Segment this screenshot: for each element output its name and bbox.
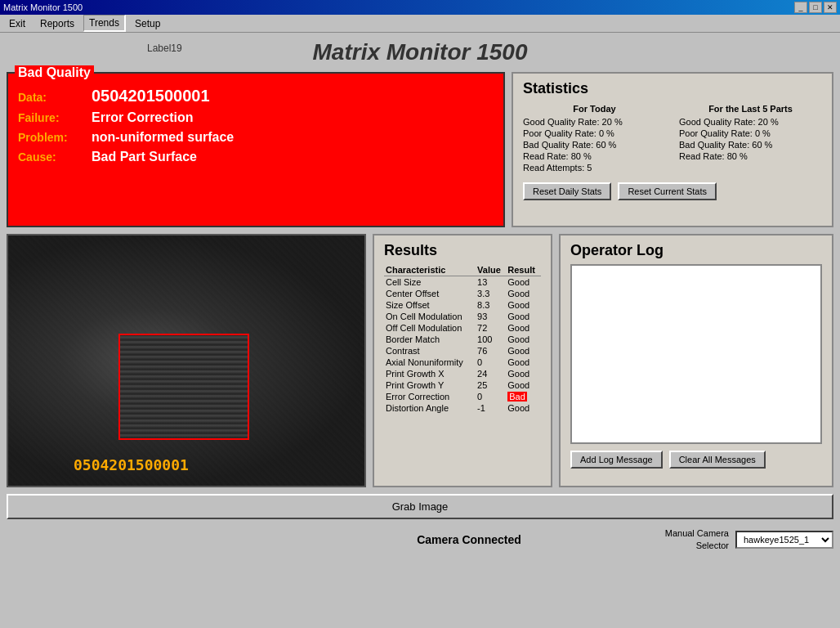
bq-problem-value: non-uniformed surface [92,130,234,145]
results-row: Axial Nonuniformity0Good [384,357,541,368]
col-header-result: Result [506,264,541,276]
result-bad-badge: Bad [507,392,527,401]
result-result: Good [506,276,541,289]
result-value: -1 [476,402,506,414]
stats-today-read-attempts: Read Attempts: 5 [523,163,666,173]
results-row: Border Match100Good [384,334,541,345]
stats-today-read-rate: Read Rate: 80 % [523,151,666,161]
bottom-section: 0504201500001 Results Characteristic Val… [0,234,840,487]
result-characteristic: Center Offset [384,288,476,299]
results-row: Size Offset8.3Good [384,299,541,311]
menu-exit[interactable]: Exit [3,16,31,32]
title-bar-controls: _ □ ✕ [794,2,837,13]
app-title: Matrix Monitor 1500 [313,39,528,65]
stats-last5-poor: Poor Quality Rate: 0 % [679,128,822,138]
result-value: 25 [476,379,506,391]
results-row: Cell Size13Good [384,276,541,289]
result-characteristic: Cell Size [384,276,476,289]
bq-cause-label: Cause: [18,150,92,164]
bq-cause-value: Bad Part Surface [92,150,197,164]
camera-status: Camera Connected [417,533,521,546]
result-characteristic: Error Correction [384,391,476,402]
results-row: Error Correction0Bad [384,391,541,402]
bad-quality-title: Bad Quality [15,65,94,80]
oplog-area [570,264,822,444]
result-characteristic: Axial Nonuniformity [384,357,476,368]
stats-columns: For Today Good Quality Rate: 20 % Poor Q… [523,104,822,174]
main-content: Bad Quality Data: 0504201500001 Failure:… [0,69,840,231]
results-row: Print Growth Y25Good [384,379,541,391]
stats-col-today: For Today Good Quality Rate: 20 % Poor Q… [523,104,666,174]
result-value: 0 [476,391,506,402]
result-value: 93 [476,311,506,322]
result-characteristic: Print Growth Y [384,379,476,391]
title-bar: Matrix Monitor 1500 _ □ ✕ [0,0,840,15]
result-value: 0 [476,357,506,368]
menu-trends[interactable]: Trends [83,15,126,32]
add-log-message-button[interactable]: Add Log Message [570,451,663,469]
results-title: Results [384,242,541,259]
statistics-panel: Statistics For Today Good Quality Rate: … [512,72,833,227]
results-row: Center Offset3.3Good [384,288,541,299]
menu-reports[interactable]: Reports [34,16,80,32]
stats-last5-bad: Bad Quality Rate: 60 % [679,140,822,150]
result-value: 24 [476,368,506,379]
label19: Label19 [147,43,182,54]
camera-image: 0504201500001 [7,234,366,487]
result-value: 3.3 [476,288,506,299]
grab-image-button[interactable]: Grab Image [7,494,833,519]
bq-failure-row: Failure: Error Correction [18,110,494,125]
stats-last5-good: Good Quality Rate: 20 % [679,117,822,127]
bq-data-label: Data: [18,91,92,104]
barcode-box [118,334,249,440]
result-result: Good [506,357,541,368]
result-characteristic: Distortion Angle [384,402,476,414]
result-result: Good [506,334,541,345]
result-result: Good [506,288,541,299]
minimize-button[interactable]: _ [794,2,807,13]
close-button[interactable]: ✕ [824,2,837,13]
camera-selector[interactable]: hawkeye1525_1 hawkeye1525_2 [735,531,833,549]
col-header-characteristic: Characteristic [384,264,476,276]
stats-today-good: Good Quality Rate: 20 % [523,117,666,127]
stats-today-poor: Poor Quality Rate: 0 % [523,128,666,138]
result-value: 76 [476,345,506,357]
stats-buttons: Reset Daily Stats Reset Current Stats [523,182,822,200]
bad-quality-panel: Bad Quality Data: 0504201500001 Failure:… [7,72,505,227]
oplog-buttons: Add Log Message Clear All Messages [570,451,822,469]
stats-last5-header: For the Last 5 Parts [679,104,822,114]
result-characteristic: Print Growth X [384,368,476,379]
barcode-text: 0504201500001 [74,456,189,473]
bq-cause-row: Cause: Bad Part Surface [18,150,494,164]
result-value: 13 [476,276,506,289]
menu-setup[interactable]: Setup [129,16,166,32]
result-result: Good [506,311,541,322]
result-characteristic: On Cell Modulation [384,311,476,322]
col-header-value: Value [476,264,506,276]
bq-failure-value: Error Correction [92,110,193,125]
stats-col-last5: For the Last 5 Parts Good Quality Rate: … [679,104,822,174]
reset-daily-stats-button[interactable]: Reset Daily Stats [523,182,611,200]
app-title-area: Label19 Matrix Monitor 1500 [0,33,840,69]
reset-current-stats-button[interactable]: Reset Current Stats [618,182,717,200]
clear-all-messages-button[interactable]: Clear All Messages [669,451,766,469]
results-table: Characteristic Value Result Cell Size13G… [384,264,541,414]
result-result: Good [506,345,541,357]
stats-today-bad: Bad Quality Rate: 60 % [523,140,666,150]
result-value: 100 [476,334,506,345]
camera-selector-label: Manual CameraSelector [665,527,729,553]
stats-today-header: For Today [523,104,666,114]
bq-problem-row: Problem: non-uniformed surface [18,130,494,145]
result-result: Good [506,322,541,334]
bq-failure-label: Failure: [18,111,92,124]
results-row: Distortion Angle-1Good [384,402,541,414]
oplog-title: Operator Log [570,242,822,259]
maximize-button[interactable]: □ [809,2,822,13]
results-row: Contrast76Good [384,345,541,357]
result-result: Bad [506,391,541,402]
result-value: 72 [476,322,506,334]
result-result: Good [506,299,541,311]
result-result: Good [506,379,541,391]
results-panel: Results Characteristic Value Result Cell… [373,234,552,487]
camera-selector-area: Manual CameraSelector hawkeye1525_1 hawk… [665,527,833,553]
